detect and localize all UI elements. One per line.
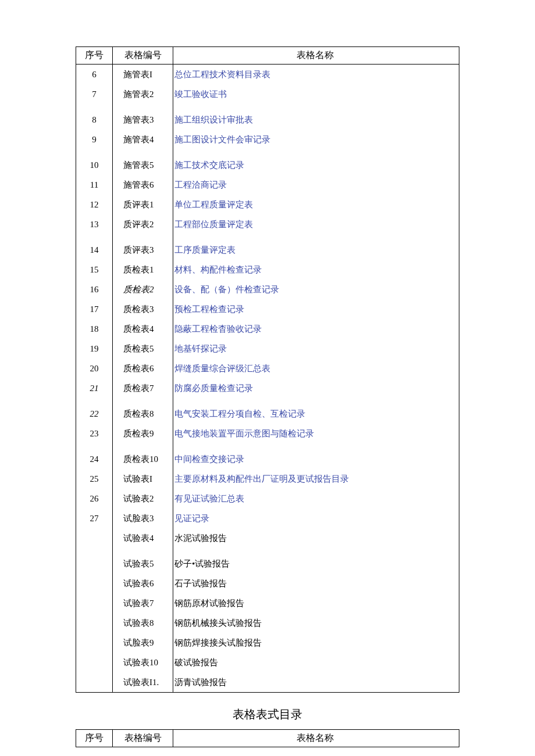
table-row: 13质评表2工程部位质量评定表 (76, 214, 459, 234)
cell-seq: 10 (76, 155, 113, 175)
cell-name: 有见证试验汇总表 (173, 489, 459, 508)
cell-name: 电气接地装置平面示意图与随检记录 (173, 424, 459, 443)
cell-name: 总位工程技术资料目录表 (173, 65, 459, 85)
cell-id: 施管表3 (113, 110, 173, 130)
cell-name: 工程洽商记录 (173, 175, 459, 195)
cell-name: 材料、构配件检查记录 (173, 260, 459, 280)
gap-row (76, 443, 459, 449)
cell-seq: 7 (76, 84, 113, 104)
cell-name: 沥青试验报告 (173, 672, 459, 693)
table-row: 试验表5砂子•试验报告 (76, 554, 459, 574)
table-row: 试验表10破试验报告 (76, 653, 459, 672)
cell-name: 焊缝质量综合评级汇总表 (173, 359, 459, 378)
cell-id: 试验表2 (113, 489, 173, 508)
cell-id: 试验表I1. (113, 672, 173, 693)
cell-id: 质检表8 (113, 404, 173, 424)
table-row: 11施管表6工程洽商记录 (76, 175, 459, 195)
cell-id: 试验表I (113, 469, 173, 489)
cell-name: 设备、配（备）件检查记录 (173, 280, 459, 299)
header-name: 表格名称 (173, 47, 459, 65)
cell-id: 质检表3 (113, 299, 173, 319)
cell-id: 试脸表3 (113, 508, 173, 528)
cell-name: 隐蔽工程检杳验收记录 (173, 319, 459, 339)
header-seq: 序号 (76, 47, 113, 65)
form-index-table-2: 序号 表格编号 表格名称 (76, 729, 459, 747)
cell-id: 质检表1 (113, 260, 173, 280)
table-row: 20质检表6焊缝质量综合评级汇总表 (76, 359, 459, 378)
gap-row (76, 398, 459, 404)
cell-seq (76, 653, 113, 672)
table-header-row: 序号 表格编号 表格名称 (76, 47, 459, 65)
header-name: 表格名称 (173, 730, 459, 747)
cell-seq: 20 (76, 359, 113, 378)
cell-seq (76, 672, 113, 693)
table-row: 15质检表1材料、构配件检查记录 (76, 260, 459, 280)
cell-seq: 17 (76, 299, 113, 319)
cell-name: 钢筋机械接头试验报告 (173, 613, 459, 633)
gap-row (76, 149, 459, 155)
cell-seq (76, 633, 113, 653)
cell-name: 电气安装工程分项自检、互检记录 (173, 404, 459, 424)
header-id: 表格编号 (113, 730, 173, 747)
cell-id: 质检表10 (113, 449, 173, 469)
cell-seq (76, 613, 113, 633)
cell-name: 主要原材料及构配件出厂证明及更试报告目录 (173, 469, 459, 489)
cell-name: 预检工程检查记录 (173, 299, 459, 319)
cell-seq: 27 (76, 508, 113, 528)
cell-name: 单位工程质量评定表 (173, 195, 459, 214)
cell-id: 质检表2 (113, 280, 173, 299)
cell-seq: 24 (76, 449, 113, 469)
cell-seq: 15 (76, 260, 113, 280)
table-row: 23质检表9电气接地装置平面示意图与随检记录 (76, 424, 459, 443)
table-row: 试脸表9钢筋焊接接头试脸报告 (76, 633, 459, 653)
table-row: 9施管表4施工图设计文件会审记录 (76, 130, 459, 149)
cell-name: 石子试验报告 (173, 574, 459, 593)
cell-id: 试验表8 (113, 613, 173, 633)
cell-name: 砂子•试验报告 (173, 554, 459, 574)
table-header-row: 序号 表格编号 表格名称 (76, 730, 459, 747)
table-row: 26试验表2有见证试验汇总表 (76, 489, 459, 508)
cell-id: 试验表7 (113, 593, 173, 613)
header-id: 表格编号 (113, 47, 173, 65)
cell-seq: 14 (76, 240, 113, 260)
cell-seq (76, 574, 113, 593)
cell-id: 施管表I (113, 65, 173, 85)
section-title: 表格表式目录 (76, 707, 459, 722)
cell-name: 破试验报告 (173, 653, 459, 672)
cell-id: 施管表5 (113, 155, 173, 175)
cell-seq (76, 593, 113, 613)
cell-name: 地基钎探记录 (173, 339, 459, 359)
cell-seq: 22 (76, 404, 113, 424)
cell-seq: 13 (76, 214, 113, 234)
table-row: 19质检表5地基钎探记录 (76, 339, 459, 359)
cell-name: 施工组织设计审批表 (173, 110, 459, 130)
header-seq: 序号 (76, 730, 113, 747)
cell-seq: 18 (76, 319, 113, 339)
cell-id: 质检表6 (113, 359, 173, 378)
form-index-table: 序号 表格编号 表格名称 6施管表I总位工程技术资料目录表7施管表2竣工验收证书… (76, 46, 459, 693)
table-row: 14质评表3工序质量评定表 (76, 240, 459, 260)
table-row: 25试验表I主要原材料及构配件出厂证明及更试报告目录 (76, 469, 459, 489)
cell-id: 试验表10 (113, 653, 173, 672)
table-row: 21质检表7防腐必质量检查记录 (76, 378, 459, 398)
cell-seq (76, 528, 113, 548)
cell-name: 钢筋原材试验报告 (173, 593, 459, 613)
cell-seq: 16 (76, 280, 113, 299)
cell-name: 工程部位质量评定表 (173, 214, 459, 234)
cell-seq: 21 (76, 378, 113, 398)
table-row: 12质评表1单位工程质量评定表 (76, 195, 459, 214)
cell-id: 试验表5 (113, 554, 173, 574)
table-row: 试验表8钢筋机械接头试验报告 (76, 613, 459, 633)
cell-seq: 6 (76, 65, 113, 85)
cell-name: 施工图设计文件会审记录 (173, 130, 459, 149)
table-row: 试验表I1.沥青试验报告 (76, 672, 459, 693)
table-row: 22质检表8电气安装工程分项自检、互检记录 (76, 404, 459, 424)
table-row: 7施管表2竣工验收证书 (76, 84, 459, 104)
cell-name: 防腐必质量检查记录 (173, 378, 459, 398)
table-row: 6施管表I总位工程技术资料目录表 (76, 65, 459, 85)
cell-id: 质评表2 (113, 214, 173, 234)
cell-name: 工序质量评定表 (173, 240, 459, 260)
table-row: 24质检表10中间检查交接记录 (76, 449, 459, 469)
cell-id: 施管表2 (113, 84, 173, 104)
cell-seq (76, 554, 113, 574)
